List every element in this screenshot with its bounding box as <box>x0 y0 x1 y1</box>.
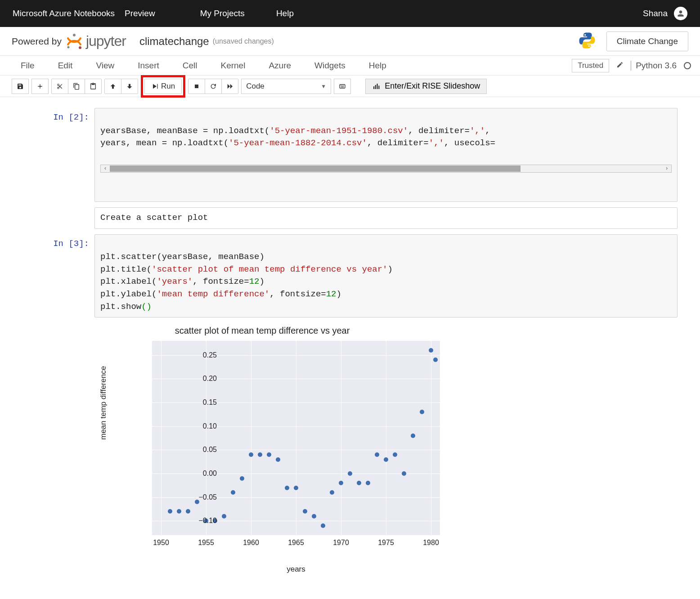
chevron-down-icon: ▼ <box>321 83 326 89</box>
brand[interactable]: Microsoft Azure Notebooks <box>13 9 115 18</box>
scroll-right-icon[interactable]: › <box>662 165 671 173</box>
data-point <box>285 486 289 490</box>
data-point <box>258 452 262 457</box>
menubar: File Edit View Insert Cell Kernel Azure … <box>0 56 700 76</box>
data-point <box>186 509 190 514</box>
svg-rect-8 <box>343 85 344 86</box>
cut-button[interactable] <box>51 79 68 94</box>
jupyter-text: jupyter <box>86 33 126 49</box>
nav-my-projects[interactable]: My Projects <box>200 9 245 18</box>
scroll-thumb[interactable] <box>110 165 521 172</box>
chart-title: scatter plot of mean temp difference vs … <box>103 326 422 336</box>
data-point <box>339 481 343 485</box>
svg-rect-7 <box>342 85 343 86</box>
ytick: 0.25 <box>172 351 217 359</box>
nav-help[interactable]: Help <box>276 9 294 18</box>
data-point <box>330 490 334 495</box>
data-point <box>249 452 253 457</box>
menu-edit[interactable]: Edit <box>46 61 85 71</box>
svg-rect-3 <box>195 85 198 88</box>
data-point <box>240 476 244 481</box>
xtick: 1960 <box>243 539 259 547</box>
horizontal-scrollbar[interactable]: ‹ › <box>100 165 672 173</box>
code-input[interactable]: plt.scatter(yearsBase, meanBase) plt.tit… <box>94 234 678 317</box>
menu-widgets[interactable]: Widgets <box>303 61 357 71</box>
copy-button[interactable] <box>68 79 85 94</box>
ytick: 0.00 <box>172 469 217 478</box>
scatter-chart: scatter plot of mean temp difference vs … <box>103 323 458 575</box>
data-point <box>276 457 280 462</box>
data-point <box>177 509 181 514</box>
chart-xlabel: years <box>152 565 440 574</box>
menu-help[interactable]: Help <box>357 61 398 71</box>
menu-view[interactable]: View <box>84 61 126 71</box>
insert-cell-button[interactable] <box>31 79 49 94</box>
menu-azure[interactable]: Azure <box>257 61 303 71</box>
data-point <box>433 358 438 362</box>
notebook-name[interactable]: climatechange <box>139 35 209 48</box>
notebook-area: In [2]: yearsBase, meanBase = np.loadtxt… <box>0 97 700 593</box>
xtick: 1975 <box>378 539 394 547</box>
data-point <box>312 514 316 519</box>
divider <box>631 61 631 71</box>
save-button[interactable] <box>12 79 29 94</box>
kernel-idle-icon <box>684 62 691 69</box>
menu-cell[interactable]: Cell <box>171 61 209 71</box>
chart-ylabel: mean temp difference <box>99 366 108 440</box>
svg-point-1 <box>67 46 69 48</box>
data-point <box>384 457 388 462</box>
cell-prompt <box>22 207 94 229</box>
xtick: 1970 <box>333 539 349 547</box>
code-cell[interactable]: In [2]: yearsBase, meanBase = np.loadtxt… <box>22 108 678 202</box>
move-up-button[interactable] <box>104 79 121 94</box>
menu-file[interactable]: File <box>9 61 46 71</box>
svg-point-0 <box>73 34 76 36</box>
jupyter-logo[interactable]: jupyter <box>65 32 126 50</box>
data-point <box>366 481 370 485</box>
data-point <box>231 490 235 495</box>
scroll-left-icon[interactable]: ‹ <box>101 165 110 173</box>
jupyter-header: Powered by jupyter climatechange (unsave… <box>0 27 700 56</box>
restart-run-all-button[interactable] <box>221 79 238 94</box>
run-button[interactable]: Run <box>144 79 182 94</box>
project-button[interactable]: Climate Change <box>606 31 688 51</box>
code-cell[interactable]: In [3]: plt.scatter(yearsBase, meanBase)… <box>22 234 678 317</box>
svg-rect-13 <box>378 85 379 89</box>
rise-label: Enter/Exit RISE Slideshow <box>385 81 480 91</box>
ytick: 0.20 <box>172 375 217 383</box>
menu-insert[interactable]: Insert <box>126 61 171 71</box>
ytick: 0.10 <box>172 422 217 430</box>
rise-slideshow-button[interactable]: Enter/Exit RISE Slideshow <box>365 79 487 94</box>
data-point <box>429 348 433 353</box>
svg-rect-5 <box>341 85 341 86</box>
kernel-name[interactable]: Python 3.6 <box>636 61 677 71</box>
xtick: 1950 <box>153 539 169 547</box>
toolbar: Run Code ▼ Enter/Exit RISE Slideshow <box>0 76 700 97</box>
restart-button[interactable] <box>205 79 222 94</box>
ytick: −0.05 <box>172 493 217 501</box>
move-down-button[interactable] <box>121 79 138 94</box>
paste-button[interactable] <box>85 79 102 94</box>
interrupt-button[interactable] <box>188 79 205 94</box>
ytick: −0.10 <box>172 517 217 525</box>
markdown-content[interactable]: Create a scatter plot <box>94 207 678 229</box>
markdown-cell[interactable]: Create a scatter plot <box>22 207 678 229</box>
data-point <box>267 452 271 457</box>
edit-shortcuts-icon[interactable] <box>614 61 626 70</box>
cell-type-select[interactable]: Code ▼ <box>241 79 331 94</box>
cell-prompt: In [2]: <box>22 108 94 202</box>
data-point <box>294 486 298 490</box>
command-palette-button[interactable] <box>334 79 351 94</box>
menu-kernel[interactable]: Kernel <box>209 61 257 71</box>
powered-by: Powered by <box>12 36 62 47</box>
cell-output: scatter plot of mean temp difference vs … <box>94 323 678 575</box>
svg-rect-4 <box>340 85 345 88</box>
data-point <box>357 481 361 485</box>
trusted-indicator[interactable]: Trusted <box>572 59 609 72</box>
user-avatar-icon[interactable] <box>674 7 687 20</box>
user-name[interactable]: Shana <box>643 9 668 18</box>
code-input[interactable]: yearsBase, meanBase = np.loadtxt('5-year… <box>94 108 678 202</box>
data-point <box>303 509 307 514</box>
data-point <box>411 434 415 438</box>
svg-rect-12 <box>377 84 378 89</box>
